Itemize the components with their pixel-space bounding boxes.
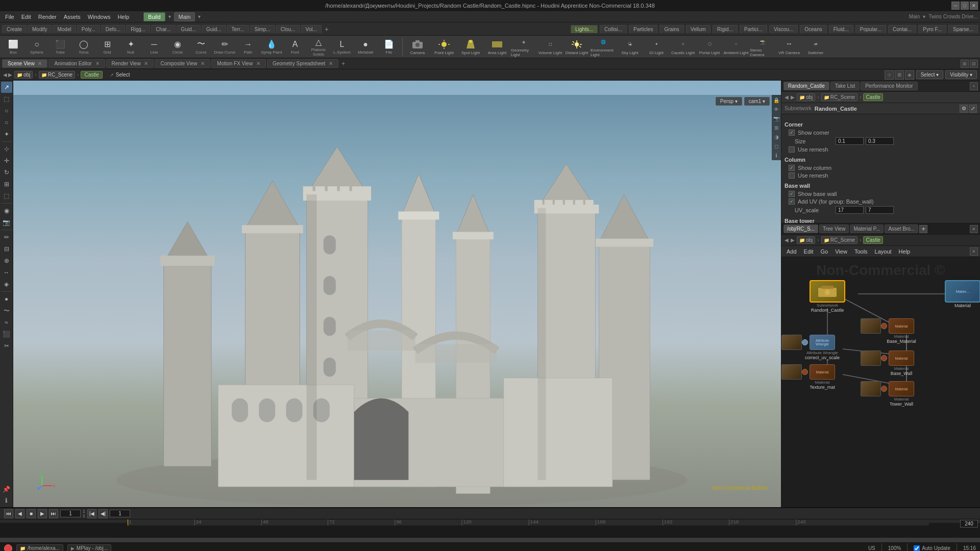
vellum-shelf-tab[interactable]: Vellum (686, 25, 710, 33)
rivet-tool[interactable]: ⊕ (1, 255, 12, 266)
sparse-shelf-tab[interactable]: Sparse... (948, 25, 978, 33)
tool-circle[interactable]: ◉ Circle (166, 37, 189, 57)
minimize-button[interactable]: ─ (951, 2, 960, 10)
shelf-tab-defo[interactable]: Defo... (101, 25, 125, 33)
node-bc-castle[interactable]: Castle (863, 236, 883, 244)
breadcrumb-rc-scene[interactable]: 📁 RC_Scene (39, 71, 75, 79)
right-tab-random-castle[interactable]: Random_Castle (783, 82, 829, 90)
node-menu-tools[interactable]: Tools (851, 247, 871, 256)
viewport[interactable]: Persp ▾ cam1 ▾ 🔒 👁 📷 ⊞ ◑ ◻ ℹ Non-Commerc… (13, 81, 781, 507)
node-add-tab-btn[interactable]: + (919, 225, 927, 233)
shelf-tab-poly[interactable]: Poly... (77, 25, 100, 33)
node-preview-thumb4[interactable] (861, 350, 881, 366)
tab-motion-fx[interactable]: Motion FX View ✕ (211, 59, 266, 68)
right-bc-rc-scene[interactable]: 📁 RC_Scene (821, 93, 857, 101)
shelf-tab-modify[interactable]: Modify (28, 25, 52, 33)
vp-tool-eye[interactable]: 👁 (772, 105, 780, 113)
tab-render-view[interactable]: Render View ✕ (106, 59, 154, 68)
close-animation-editor[interactable]: ✕ (95, 61, 100, 66)
camera-view-tool[interactable]: 📷 (1, 217, 12, 228)
shelf-tab-simp[interactable]: Simp... (250, 25, 275, 33)
right-fwd-btn[interactable]: ▶ (791, 94, 795, 100)
tool-caustic-light[interactable]: ✧ Caustic Light (670, 37, 696, 57)
box-select-tool[interactable]: ⬚ (1, 93, 12, 105)
node-tab-asset[interactable]: Asset Bro... (885, 224, 918, 233)
edit-tool[interactable]: ✏ (1, 232, 12, 243)
subnetwork-expand-btn[interactable]: ⤢ (969, 105, 977, 113)
jump-start-btn[interactable]: |◀ (87, 509, 96, 518)
node-material-out[interactable]: Mater... Material (945, 280, 980, 308)
pose-tool[interactable]: ⊹ (1, 143, 12, 155)
close-scene-view[interactable]: ✕ (38, 61, 42, 66)
close-render-view[interactable]: ✕ (144, 61, 148, 66)
lights-shelf-tab[interactable]: Lights... (571, 25, 598, 33)
close-motion-fx[interactable]: ✕ (256, 61, 260, 66)
node-menu-go[interactable]: Go (818, 247, 831, 256)
tab-animation-editor[interactable]: Animation Editor ✕ (48, 59, 105, 68)
right-back-btn[interactable]: ◀ (785, 94, 789, 100)
tool-vr-camera[interactable]: 👓 VR Camera (776, 37, 802, 57)
handle-tool[interactable]: ⬚ (1, 190, 12, 202)
particles-shelf-tab[interactable]: Particles (629, 25, 657, 33)
rotate-tool[interactable]: ↻ (1, 167, 12, 178)
vp-tool-shade[interactable]: ◑ (772, 133, 780, 141)
menu-assets[interactable]: Assets (61, 13, 84, 21)
subnetwork-gear-btn[interactable]: ⚙ (960, 105, 968, 113)
close-button[interactable]: ✕ (970, 2, 978, 10)
menu-help[interactable]: Help (114, 13, 132, 21)
measure-tool[interactable]: ↔ (1, 267, 12, 278)
shelf-tab-terr[interactable]: Terr... (227, 25, 249, 33)
shelf-tab-model[interactable]: Model (53, 25, 76, 33)
pin-tool[interactable]: 📌 (1, 484, 12, 495)
close-composite-view[interactable]: ✕ (201, 61, 205, 66)
frame-end-input[interactable] (960, 520, 978, 528)
tool-line[interactable]: ─ Line (143, 37, 165, 57)
maximize-button[interactable]: □ (961, 2, 969, 10)
tool-geometry-light[interactable]: ◈ Geometry Light (511, 37, 536, 57)
shelf-tab-guid1[interactable]: Guid... (177, 25, 201, 33)
add-uv-base-wall-checkbox[interactable]: ✓ (789, 198, 795, 205)
tool-metaball[interactable]: ● Metaball (354, 37, 377, 57)
persp-button[interactable]: Persp ▾ (716, 97, 742, 106)
tool-gi-light[interactable]: ✦ GI Light (644, 37, 669, 57)
tab-geometry-spreadsheet[interactable]: Geometry Spreadsheet ✕ (267, 59, 338, 68)
step-frame-back-btn[interactable]: ◀| (99, 509, 108, 518)
skip-to-start-btn[interactable]: ⏮ (4, 509, 13, 518)
breadcrumb-castle[interactable]: Castle (81, 71, 102, 79)
frame-range-start-input[interactable] (110, 510, 130, 517)
show-column-checkbox[interactable]: ✓ (789, 165, 795, 171)
breadcrumb-forward-btn[interactable]: ▶ (8, 72, 12, 78)
node-attribute-wrangle[interactable]: Attribute Wrangle Attribute Wrangle corr… (802, 335, 843, 360)
tool-lsystem[interactable]: L L-System (331, 37, 353, 57)
node-preview-thumb1[interactable] (781, 335, 802, 350)
visibility-dropdown[interactable]: Visibility ▾ (945, 70, 977, 79)
shelf-tab-char[interactable]: Char... (151, 25, 175, 33)
main-button[interactable]: Main (174, 12, 195, 21)
move-tool[interactable]: ✛ (1, 155, 12, 166)
right-panel-add[interactable]: + (970, 82, 978, 90)
node-canvas[interactable]: Non-Commercial © (781, 257, 980, 507)
node-menu-layout[interactable]: Layout (872, 247, 895, 256)
node-preview-thumb5[interactable] (861, 381, 881, 396)
node-menu-edit[interactable]: Edit (801, 247, 817, 256)
menu-render[interactable]: Render (35, 13, 60, 21)
cam-button[interactable]: cam1 ▾ (744, 97, 770, 106)
tool-curve[interactable]: 〜 Curve (190, 37, 212, 57)
vp-tool-wire[interactable]: ◻ (772, 142, 780, 150)
node-subnetwork[interactable]: Subnetwork Random_Castle (810, 280, 845, 313)
add-shelf-tab-button[interactable]: + (325, 25, 329, 33)
select-dropdown[interactable]: Select ▾ (916, 70, 944, 79)
fluid-shelf-tab[interactable]: Fluid... (829, 25, 853, 33)
tool-platonic[interactable]: △ Platonic Solids (307, 37, 330, 57)
tool-point-light[interactable]: Point Light (431, 37, 457, 57)
status-error-indicator[interactable] (4, 544, 12, 552)
oceans-shelf-tab[interactable]: Oceans (800, 25, 826, 33)
brush-tool[interactable]: ○ (1, 117, 12, 128)
paint-tool[interactable]: ✦ (1, 129, 12, 140)
vp-tool-cam[interactable]: 📷 (772, 114, 780, 122)
tool-sphere[interactable]: ○ Sphere (26, 37, 48, 57)
right-bc-castle[interactable]: Castle (863, 93, 883, 101)
rigid-shelf-tab[interactable]: Rigid... (713, 25, 738, 33)
tool-box[interactable]: ⬜ Box (2, 37, 24, 57)
node-bc-obj[interactable]: 📁 obj (797, 236, 815, 244)
